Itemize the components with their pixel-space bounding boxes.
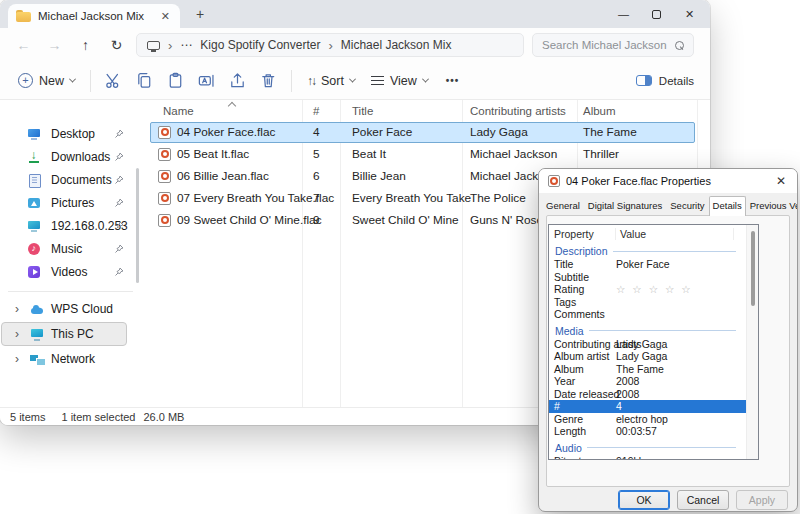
cut-button[interactable] [98,66,129,96]
file-row-04-poker-face[interactable]: 04 Poker Face.flac 4 Poker Face Lady Gag… [145,121,710,143]
share-button[interactable] [222,66,253,96]
sidebar-item-desktop[interactable]: Desktop [0,122,145,145]
property-row-subtitle[interactable]: Subtitle [549,271,746,284]
column-header-title[interactable]: Title [340,105,462,117]
column-header-name[interactable]: Name [145,105,302,117]
refresh-button[interactable]: ↻ [101,31,132,59]
tab-digital-signatures[interactable]: Digital Signatures [584,196,666,215]
scrollbar-thumb[interactable] [751,231,755,306]
breadcrumb-item-current-folder[interactable]: Michael Jackson Mix [341,38,452,52]
tab-security[interactable]: Security [666,196,708,215]
property-row-bit-rate[interactable]: Bit rate919kbps [549,455,746,460]
property-row-genre[interactable]: Genreelectro hop [549,413,746,426]
details-pane-label: Details [659,75,694,87]
breadcrumb-item-kigo-spotify-converter[interactable]: Kigo Spotify Converter [200,38,320,52]
chevron-expand-icon[interactable]: › [15,302,23,316]
column-header-album[interactable]: Album [577,105,697,117]
column-header-number[interactable]: # [302,105,340,117]
property-row-album-artist[interactable]: Album artistLady Gaga [549,350,746,363]
chevron-expand-icon[interactable]: › [15,352,23,366]
search-input[interactable]: Search Michael Jackson M [532,33,694,57]
up-button[interactable]: ↑ [70,31,101,59]
rename-button[interactable] [191,66,222,96]
sidebar-item-documents[interactable]: Documents [0,168,145,191]
sidebar-scrollbar[interactable] [136,168,139,283]
chevron-right-icon: › [328,38,332,53]
ok-button[interactable]: OK [618,490,670,510]
file-name: 06 Billie Jean.flac [177,169,269,183]
selection-size: 26.0 MB [143,411,184,423]
column-header-contributing-artists[interactable]: Contributing artists [462,105,577,117]
view-button[interactable]: View [363,66,436,96]
section-line [589,330,736,331]
folder-icon [16,10,31,22]
tab-details[interactable]: Details [709,196,746,216]
sidebar-item-label: Music [51,242,82,256]
chevron-expand-icon[interactable]: › [15,327,23,341]
sort-arrows-icon: ↑↓ [307,74,315,88]
property-row-tags[interactable]: Tags [549,296,746,309]
dialog-close-button[interactable]: ✕ [774,174,788,188]
back-button[interactable]: ← [8,31,39,59]
property-row-album[interactable]: AlbumThe Fame [549,363,746,376]
chevron-right-icon: › [168,38,172,53]
property-row-length[interactable]: Length00:03:57 [549,425,746,438]
sidebar-item-network-drive[interactable]: 192.168.0.253 [0,214,145,237]
new-tab-button[interactable]: + [190,3,210,25]
more-options-button[interactable]: ••• [436,75,470,86]
delete-button[interactable] [253,66,284,96]
property-row-date-released[interactable]: Date released2008 [549,388,746,401]
details-pane-button[interactable]: Details [630,75,700,87]
close-button[interactable]: ✕ [673,0,706,28]
file-title: Billie Jean [340,169,462,183]
properties-list-content: Property Value Description TitlePoker Fa… [549,225,746,459]
dialog-titlebar: 04 Poker Face.flac Properties ✕ [539,169,797,193]
search-placeholder: Search Michael Jackson M [542,39,670,51]
sidebar-item-videos[interactable]: Videos [0,260,145,283]
property-row-track-number[interactable]: #4 [549,400,746,413]
sidebar-item-pictures[interactable]: Pictures [0,191,145,214]
tab-general[interactable]: General [542,196,584,215]
property-row-year[interactable]: Year2008 [549,375,746,388]
minimize-button[interactable]: — [607,0,640,28]
new-button-label: New [39,74,64,88]
sidebar-item-music[interactable]: Music [0,237,145,260]
file-title: Sweet Child O' Mine [340,213,462,227]
forward-button[interactable]: → [39,31,70,59]
sidebar-item-this-pc[interactable]: › This PC [1,322,127,346]
apply-button[interactable]: Apply [736,490,788,510]
new-button[interactable]: + New [10,66,83,96]
file-album: Thriller [577,147,697,161]
property-row-rating[interactable]: Rating☆ ☆ ☆ ☆ ☆ [549,283,746,296]
item-count: 5 items [10,411,45,423]
properties-list: Property Value Description TitlePoker Fa… [548,224,759,460]
pin-icon [114,266,124,280]
cancel-button[interactable]: Cancel [677,490,729,510]
rating-stars-icon: ☆ ☆ ☆ ☆ ☆ [616,283,746,295]
copy-button[interactable] [129,66,160,96]
sidebar-item-downloads[interactable]: Downloads [0,145,145,168]
tab-close-icon[interactable]: ✕ [159,10,172,23]
tab-previous-versions[interactable]: Previous Versions [746,196,798,215]
breadcrumb-ellipsis[interactable]: ⋯ [180,38,192,52]
property-row-contributing-artists[interactable]: Contributing artistsLady Gaga [549,338,746,351]
file-track-number: 7 [302,191,340,205]
file-title: Beat It [340,147,462,161]
sidebar-item-network[interactable]: › Network [1,347,127,371]
paste-button[interactable] [160,66,191,96]
sidebar-item-wps-cloud[interactable]: › WPS Cloud [1,297,127,321]
property-row-comments[interactable]: Comments [549,308,746,321]
property-row-title[interactable]: TitlePoker Face [549,258,746,271]
file-track-number: 4 [302,125,340,139]
sidebar-item-label: Pictures [51,196,94,210]
videos-icon [27,265,41,279]
sort-button[interactable]: ↑↓ Sort [299,66,363,96]
explorer-tab[interactable]: Michael Jackson Mix ✕ [8,4,180,28]
properties-scrollbar[interactable] [746,225,758,459]
address-bar[interactable]: › ⋯ Kigo Spotify Converter › Michael Jac… [136,33,524,57]
file-row-05-beat-it[interactable]: 05 Beat It.flac 5 Beat It Michael Jackso… [145,143,710,165]
network-icon [30,352,44,366]
maximize-button[interactable] [640,0,673,28]
chevron-down-icon [422,76,429,83]
toolbar-divider [291,70,292,92]
